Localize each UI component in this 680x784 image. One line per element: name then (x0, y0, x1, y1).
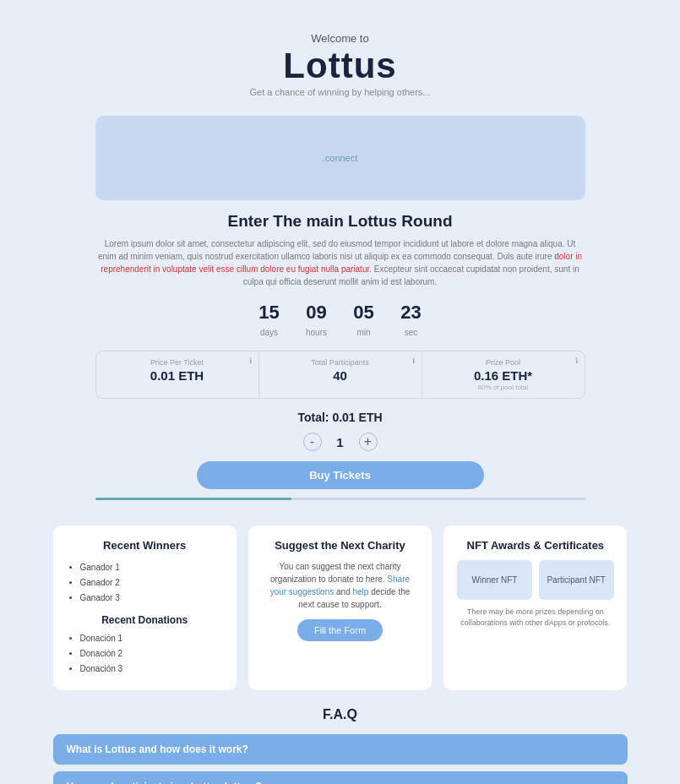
winners-list: Ganador 1 Ganador 2 Ganador 3 (67, 560, 223, 606)
stats-row: Price Per Ticket 0.01 ETH ℹ Total Partic… (95, 351, 585, 399)
list-item: Donación 1 (80, 631, 223, 646)
pool-info-icon[interactable]: ℹ (575, 357, 578, 365)
countdown-hours: 09 hours (300, 302, 334, 339)
charity-link-1[interactable]: Share your suggestions (270, 574, 410, 596)
list-item: Donación 3 (80, 662, 223, 677)
banner-content: .connect (323, 153, 358, 163)
round-title: Enter The main Lottus Round (95, 212, 585, 231)
stat-pool: Prize Pool 0.16 ETH* 80% of pool total ℹ (422, 351, 585, 398)
countdown-days: 15 days (253, 302, 286, 339)
list-item: Ganador 1 (80, 560, 223, 575)
progress-bar (95, 498, 585, 500)
faq-title: F.A.Q (53, 707, 628, 722)
quantity-value: 1 (332, 435, 349, 449)
quantity-decrease-button[interactable]: - (303, 433, 322, 451)
countdown-min: 05 min (347, 302, 381, 339)
list-item: Ganador 3 (80, 591, 223, 606)
charity-title: Suggest the Next Charity (262, 539, 418, 552)
winners-donations-card: Recent Winners Ganador 1 Ganador 2 Ganad… (53, 525, 237, 690)
donations-title: Recent Donations (67, 614, 223, 626)
nft-title: NFT Awards & Certificates (457, 539, 613, 552)
quantity-increase-button[interactable]: + (359, 433, 378, 451)
info-cards: Recent Winners Ganador 1 Ganador 2 Ganad… (53, 525, 628, 690)
countdown-sec: 23 sec (394, 302, 428, 339)
charity-link-2[interactable]: help (353, 587, 369, 596)
stat-price: Price Per Ticket 0.01 ETH ℹ (96, 351, 259, 398)
participants-info-icon[interactable]: ℹ (412, 357, 415, 365)
stat-participants: Total Participants 40 ℹ (259, 351, 422, 398)
header: Welcome to Lottus Get a chance of winnin… (14, 17, 666, 104)
donations-list: Donación 1 Donación 2 Donación 3 (67, 631, 223, 677)
buy-tickets-button[interactable]: Buy Tickets (197, 461, 484, 489)
highlight-text: dolor in reprehenderit in voluptate veli… (101, 252, 582, 274)
countdown: 15 days 09 hours 05 min 23 sec (95, 302, 585, 339)
charity-card: Suggest the Next Charity You can suggest… (248, 525, 432, 690)
progress-bar-fill (95, 498, 291, 500)
welcome-text: Welcome to (14, 32, 666, 45)
banner: .connect (95, 116, 585, 200)
quantity-row: - 1 + (95, 433, 585, 451)
round-section: Enter The main Lottus Round Lorem ipsum … (95, 212, 585, 500)
list-item: Ganador 2 (80, 575, 223, 591)
faq-item-1[interactable]: What is Lottus and how does it work? (53, 734, 628, 765)
winner-nft-button[interactable]: Winner NFT (457, 560, 532, 600)
nft-note: There may be more prizes depending on co… (457, 607, 613, 628)
tagline: Get a chance of winning by helping other… (14, 87, 666, 97)
list-item: Donación 2 (80, 646, 223, 662)
charity-description: You can suggest the next charity organiz… (262, 560, 418, 611)
fill-form-button[interactable]: Fill the Form (297, 619, 383, 641)
price-info-icon[interactable]: ℹ (249, 357, 252, 365)
round-description: Lorem ipsum dolor sit amet, consectetur … (95, 237, 585, 288)
winners-title: Recent Winners (67, 539, 223, 552)
nft-card: NFT Awards & Certificates Winner NFT Par… (443, 525, 627, 690)
faq-section: F.A.Q What is Lottus and how does it wor… (53, 707, 628, 784)
participant-nft-button[interactable]: Participant NFT (539, 560, 614, 600)
logo-title: Lottus (14, 46, 666, 85)
total-line: Total: 0.01 ETH (95, 411, 585, 424)
nft-buttons: Winner NFT Participant NFT (457, 560, 613, 600)
faq-item-2[interactable]: How can I participate in a Lottus lotter… (53, 771, 628, 784)
